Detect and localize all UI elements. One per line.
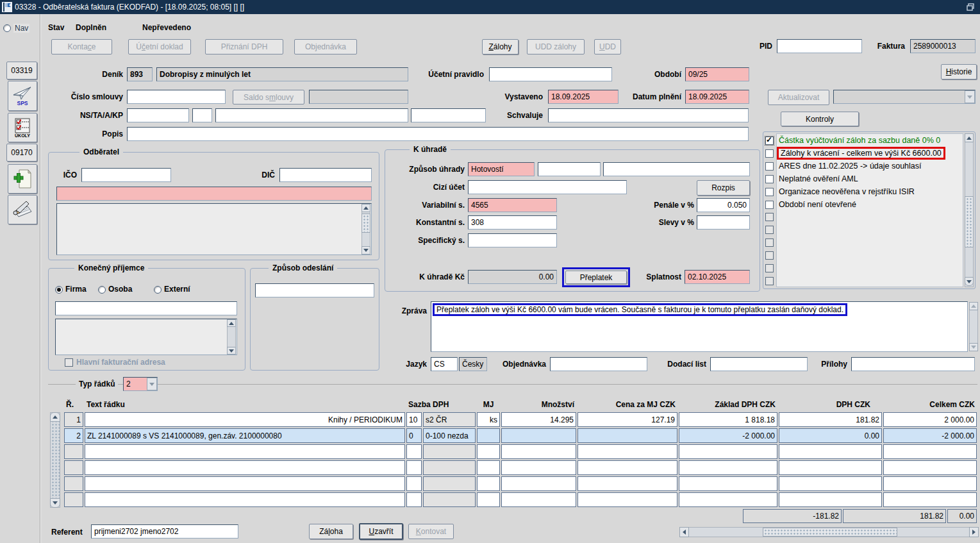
row-text-cell[interactable]: ZL 2141000089 s VS 2141000089, gen.záv. … — [85, 428, 405, 443]
table-row-selected[interactable]: 2 ZL 2141000089 s VS 2141000089, gen.záv… — [64, 428, 977, 443]
scroll-down-icon[interactable] — [227, 347, 236, 355]
zaloha-button[interactable]: Záloha — [309, 524, 353, 539]
checkbox-icon[interactable] — [765, 175, 774, 183]
row-mj-cell[interactable]: ks — [477, 412, 500, 427]
row-mj-cell[interactable] — [477, 428, 500, 443]
ns-input[interactable] — [127, 108, 189, 122]
row-cena-cell[interactable] — [577, 492, 677, 507]
odberatel-scrollbar-thumb[interactable] — [361, 213, 370, 233]
row-celkem-cell[interactable]: 2 000.00 — [883, 412, 977, 427]
kontroly-item[interactable]: Částka vyúčtování záloh za sazbu daně 0%… — [765, 135, 940, 146]
row-dph-cell[interactable] — [779, 460, 882, 475]
ucetni-pravidlo-input[interactable] — [489, 67, 612, 81]
specificky-input[interactable] — [468, 233, 557, 247]
table-row-empty[interactable] — [64, 476, 977, 491]
sidebar-button-03319[interactable]: 03319 — [6, 62, 37, 79]
odberatel-address-area[interactable] — [56, 203, 372, 255]
scroll-down-icon[interactable] — [965, 277, 974, 286]
kontroly-item[interactable]: Zálohy k vrácení - celkem ve výši Kč 660… — [765, 147, 945, 159]
row-sazba-cell[interactable] — [406, 492, 422, 507]
row-dph-cell[interactable] — [779, 444, 882, 459]
row-celkem-cell[interactable] — [883, 476, 977, 491]
typ-radku-combo-arrow[interactable] — [147, 378, 157, 390]
scroll-up-icon[interactable] — [227, 319, 236, 327]
row-dph-cell[interactable] — [779, 492, 882, 507]
firma-radio[interactable] — [55, 286, 63, 294]
row-mnozstvi-cell[interactable] — [501, 492, 576, 507]
externi-radio[interactable] — [154, 286, 162, 294]
zpusob-uhrady-input-2[interactable] — [538, 162, 601, 176]
pid-input[interactable] — [777, 39, 862, 53]
jazyk-code-input[interactable]: CS — [431, 357, 458, 371]
ukoly-button[interactable]: ÚKOLY — [8, 113, 37, 142]
table-row-empty[interactable] — [64, 492, 977, 507]
prijemce-address-area[interactable] — [55, 319, 237, 355]
kontroly-item[interactable]: ARES dne 11.02.2025 -> údaje souhlasí — [765, 160, 922, 172]
edit-note-button[interactable] — [8, 195, 37, 224]
row-mnozstvi-cell[interactable] — [501, 428, 576, 443]
objednavka-input[interactable] — [550, 357, 647, 371]
row-mnozstvi-cell[interactable] — [501, 476, 576, 491]
checkbox-icon[interactable] — [765, 162, 774, 171]
kontroly-item[interactable]: Organizace neověřena v rejstříku ISIR — [765, 186, 915, 197]
checkbox-icon[interactable] — [765, 149, 774, 158]
cislo-smlouvy-input[interactable] — [127, 90, 226, 104]
prilohy-input[interactable] — [851, 357, 975, 371]
add-document-button[interactable] — [8, 164, 37, 194]
row-mnozstvi-cell[interactable]: 14.295 — [501, 412, 576, 427]
checkbox-icon[interactable] — [765, 188, 774, 196]
popis-input[interactable] — [127, 127, 749, 141]
aktualizovat-combo[interactable] — [833, 90, 976, 104]
hlavni-adresa-checkbox[interactable] — [65, 358, 73, 367]
zalohy-button[interactable]: Zálohy — [482, 39, 519, 54]
zpusob-uhrady-input[interactable]: Hotovostí — [468, 162, 535, 176]
obdobi-input[interactable]: 09/25 — [685, 67, 749, 81]
sidebar-button-09170[interactable]: 09170 — [6, 144, 37, 162]
a-input[interactable] — [215, 108, 408, 122]
kontroly-button[interactable]: Kontroly — [781, 112, 859, 126]
priznani-dph-button[interactable]: Přiznání DPH — [205, 39, 283, 54]
row-cena-cell[interactable] — [577, 444, 677, 459]
scroll-up-icon[interactable] — [50, 412, 60, 422]
vystaveno-input[interactable]: 18.09.2025 — [548, 90, 619, 104]
row-mj-cell[interactable] — [477, 492, 500, 507]
osoba-radio[interactable] — [98, 286, 106, 294]
rozpis-button[interactable]: Rozpis — [697, 180, 750, 196]
scroll-down-icon[interactable] — [969, 343, 978, 351]
kontovat-button[interactable]: Kontovat — [408, 524, 454, 539]
preplatek-button[interactable]: Přeplatek — [565, 271, 627, 284]
row-sazba-cell[interactable]: 0 — [406, 428, 422, 443]
row-celkem-cell[interactable] — [883, 444, 977, 459]
table-row-empty[interactable] — [64, 460, 977, 475]
row-text-cell[interactable] — [85, 444, 405, 459]
scroll-up-icon[interactable] — [969, 302, 978, 310]
zpusob-odeslani-input[interactable] — [255, 283, 374, 297]
odberatel-name-input[interactable] — [56, 187, 372, 201]
kontroly-item[interactable]: Období není otevřené — [765, 199, 856, 210]
row-mj-cell[interactable] — [477, 460, 500, 475]
row-dph-cell[interactable] — [779, 476, 882, 491]
slevy-input[interactable] — [697, 215, 750, 230]
table-row-empty[interactable] — [64, 444, 977, 459]
row-mj-cell[interactable] — [477, 444, 500, 459]
row-sazba-cell[interactable]: 10 — [406, 412, 422, 427]
kontroly-item[interactable]: Neplatné ověření AML — [765, 173, 858, 185]
objednavka-button[interactable]: Objednávka — [294, 39, 357, 54]
udd-zalohy-button[interactable]: UDD zálohy — [527, 39, 585, 54]
row-celkem-cell[interactable] — [883, 460, 977, 475]
sps-button[interactable]: SPS — [8, 81, 37, 111]
row-zaklad-cell[interactable] — [679, 460, 777, 475]
kontace-button[interactable]: Kontace — [51, 39, 112, 54]
horizontal-scrollbar-thumb[interactable] — [763, 528, 897, 537]
scroll-down-icon[interactable] — [361, 246, 370, 255]
row-cena-cell[interactable]: 127.19 — [577, 412, 677, 427]
row-cena-cell[interactable] — [577, 428, 677, 443]
restore-icon[interactable] — [967, 3, 975, 12]
historie-button[interactable]: Historie — [941, 64, 977, 79]
row-celkem-cell[interactable]: -2 000.00 — [883, 428, 977, 443]
row-mnozstvi-cell[interactable] — [501, 444, 576, 459]
datum-plneni-input[interactable]: 18.09.2025 — [685, 90, 749, 104]
row-text-cell[interactable]: Knihy / PERIODIKUM — [85, 412, 405, 427]
row-zaklad-cell[interactable] — [679, 476, 777, 491]
row-celkem-cell[interactable] — [883, 492, 977, 507]
